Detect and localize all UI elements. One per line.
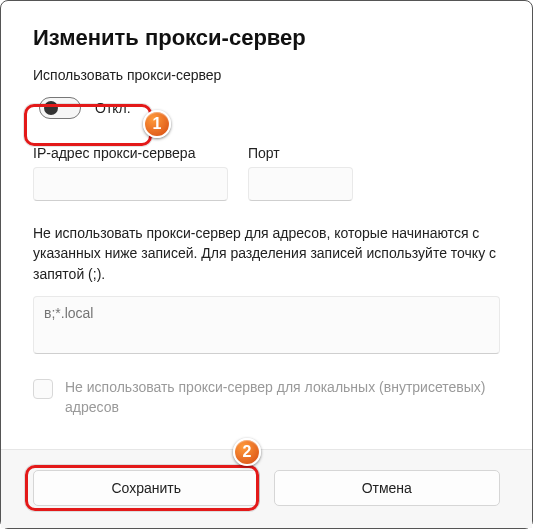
- cancel-button-label: Отмена: [362, 480, 412, 496]
- exceptions-input[interactable]: [33, 296, 500, 354]
- dialog-title: Изменить прокси-сервер: [33, 25, 500, 51]
- exceptions-hint: Не использовать прокси-сервер для адресо…: [33, 223, 500, 284]
- save-button-label: Сохранить: [111, 480, 181, 496]
- toggle-state-label: Откл.: [95, 100, 131, 116]
- local-bypass-row: Не использовать прокси-сервер для локаль…: [33, 377, 500, 418]
- cancel-button[interactable]: Отмена: [274, 470, 501, 506]
- save-button[interactable]: Сохранить: [33, 470, 260, 506]
- ip-input[interactable]: [33, 167, 228, 201]
- local-bypass-checkbox[interactable]: [33, 379, 53, 399]
- dialog-content: Изменить прокси-сервер Использовать прок…: [1, 1, 532, 449]
- dialog-footer: Сохранить Отмена: [1, 449, 532, 528]
- toggle-thumb: [44, 101, 58, 115]
- port-input[interactable]: [248, 167, 353, 201]
- proxy-settings-dialog: Изменить прокси-сервер Использовать прок…: [0, 0, 533, 529]
- address-port-row: IP-адрес прокси-сервера Порт: [33, 145, 500, 201]
- ip-label: IP-адрес прокси-сервера: [33, 145, 228, 161]
- ip-field: IP-адрес прокси-сервера: [33, 145, 228, 201]
- use-proxy-label: Использовать прокси-сервер: [33, 67, 500, 83]
- port-field: Порт: [248, 145, 353, 201]
- local-bypass-label: Не использовать прокси-сервер для локаль…: [65, 377, 500, 418]
- use-proxy-toggle-row: Откл.: [33, 93, 500, 123]
- use-proxy-toggle[interactable]: [39, 97, 81, 119]
- port-label: Порт: [248, 145, 353, 161]
